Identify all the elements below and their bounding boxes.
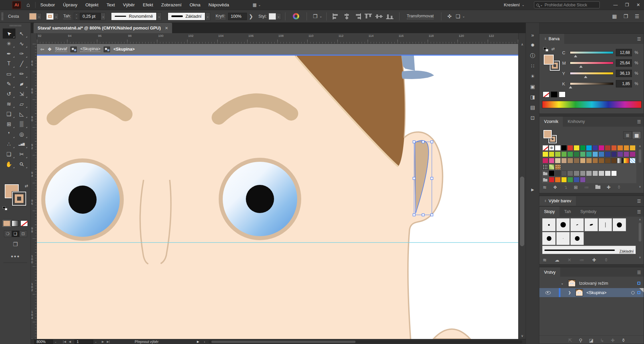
brush-libraries-icon[interactable]: ≋ [543,257,547,263]
align-horizontal-left-icon[interactable] [332,13,340,19]
swatch[interactable] [542,145,548,151]
swatch[interactable] [598,170,604,176]
swap-fill-stroke-icon[interactable]: ⇄ [25,184,28,188]
scroll-left-icon[interactable]: ‹ [204,340,205,344]
tools-panel-grip[interactable] [10,25,21,26]
opacity-value[interactable]: 100% [228,13,247,20]
align-horizontal-right-icon[interactable] [354,13,361,19]
brush-item[interactable] [598,218,612,231]
target-circle-icon[interactable] [631,291,635,294]
paintbrush-tool-icon[interactable]: ✏ [15,69,28,79]
swatch[interactable] [624,145,630,151]
swatch[interactable] [574,145,580,151]
panel-menu-icon[interactable]: ☰ [637,270,641,275]
width-profile-dropdown[interactable]: ⌄ [157,12,162,20]
layers-tab[interactable]: Vrstvy [539,267,560,277]
rectangle-tool-icon[interactable]: ▭ [3,69,15,79]
minimize-button[interactable]: — [610,0,621,10]
draw-behind-button[interactable]: ❑ [12,230,19,237]
opacity-expand-icon[interactable]: ❯ [249,13,253,19]
swatch[interactable] [586,158,592,163]
horizontal-ruler[interactable]: 9294969810010210410610811011211411611812… [31,33,526,44]
expand-panels-icon[interactable]: » [526,32,539,38]
channel-slider[interactable] [570,62,613,64]
channel-value[interactable]: 12,68 [616,49,632,56]
brush-item[interactable] [570,218,584,231]
export-panel-icon[interactable]: ⊡ [526,115,539,121]
stroke-color-proxy[interactable] [12,192,26,206]
swatch[interactable] [617,145,623,151]
breadcrumb-group[interactable]: <Skupina> [80,47,100,52]
swatch[interactable] [561,170,567,176]
screen-mode-icon[interactable]: ❐ [0,241,31,248]
align-vertical-top-icon[interactable] [365,13,372,19]
stroke-swatch[interactable] [46,13,54,20]
grid-view-button[interactable]: ▦ [632,131,641,139]
restore-button[interactable]: ❐ [621,0,633,10]
document-setup-icon[interactable]: ❐ [313,13,317,19]
swatch[interactable] [555,164,561,170]
channel-value[interactable]: 1,85 [616,80,632,87]
channel-slider[interactable] [570,72,613,75]
swatch[interactable] [592,145,598,151]
layer-name[interactable]: <Skupina> [586,290,606,295]
right-pupil[interactable] [246,185,274,213]
collapse-icon[interactable]: ⇕ [544,37,547,41]
draw-inside-button[interactable]: ⊡ [19,230,27,237]
swatch[interactable] [574,177,580,183]
channel-slider[interactable] [570,82,613,85]
appearance-panel-icon[interactable]: ☀ [526,73,539,79]
remove-brush-stroke-icon[interactable]: ✕ [568,257,572,263]
info-panel-icon[interactable]: ⓘ [526,53,539,59]
swatch[interactable] [574,158,580,163]
stroke-weight-label[interactable]: Tah: [63,14,71,19]
fill-color-control[interactable]: ⌄ [29,13,42,20]
new-color-group-icon[interactable] [595,186,600,189]
hand-tool-icon[interactable]: ✋ [3,159,15,169]
blend-tool-icon[interactable]: ◎ [15,129,28,139]
scroll-up-icon[interactable]: ∧ [519,43,526,46]
color-button[interactable] [3,220,10,226]
align-vertical-bottom-icon[interactable] [386,13,393,19]
scroll-up-icon[interactable]: ∧ [638,145,642,148]
swatch[interactable] [542,158,548,163]
style-dropdown[interactable]: ⌄ [276,13,281,20]
mesh-tool-icon[interactable]: ⊞ [3,119,15,129]
swatch[interactable] [598,151,604,157]
slider-thumb[interactable] [579,64,583,68]
shape-builder-tool-icon[interactable]: ❑ [3,109,15,119]
recolor-artwork-icon[interactable] [293,13,299,19]
swatch[interactable] [555,145,561,151]
panel-dock-icon[interactable]: ❐ [624,13,628,19]
swatch[interactable] [624,151,630,157]
brush-item[interactable] [556,232,570,245]
color-panel-tab[interactable]: ⇕ Barva [539,34,564,44]
chevron-down-icon[interactable]: ⌄ [561,281,564,285]
zoom-dropdown-icon[interactable]: ⌄ [54,340,57,343]
swatch[interactable] [580,151,586,157]
swatch[interactable] [611,170,617,176]
brush-item[interactable] [612,218,626,231]
swatch[interactable] [611,145,617,151]
draw-normal-button[interactable]: ❍ [4,230,12,237]
workspace-switcher[interactable]: Kreslení ⌄ [504,2,525,7]
magic-wand-tool-icon[interactable]: ✳ [3,39,15,49]
swatch[interactable] [549,158,555,163]
swatch[interactable] [630,158,636,163]
menu-item[interactable]: Objekt [86,2,99,7]
swatch[interactable] [567,145,573,151]
swatch[interactable] [592,151,598,157]
swatch[interactable] [605,151,611,157]
type-tool-icon[interactable]: T [3,59,15,69]
brush-options-icon[interactable]: ≔ [579,257,584,263]
swatch[interactable] [555,177,561,183]
artboard-dropdown-icon[interactable]: ⌄ [95,340,97,343]
swatch[interactable] [555,151,561,157]
new-brush-icon[interactable]: ✚ [592,257,596,263]
swatch[interactable] [592,158,598,163]
column-graph-tool-icon[interactable]: ▂▅▇ [15,139,28,149]
swatch[interactable] [542,151,548,157]
swatch[interactable] [561,151,567,157]
show-swatch-kinds-icon[interactable]: ⊞ [574,185,578,190]
symbols-tab[interactable]: Symboly [576,207,601,217]
